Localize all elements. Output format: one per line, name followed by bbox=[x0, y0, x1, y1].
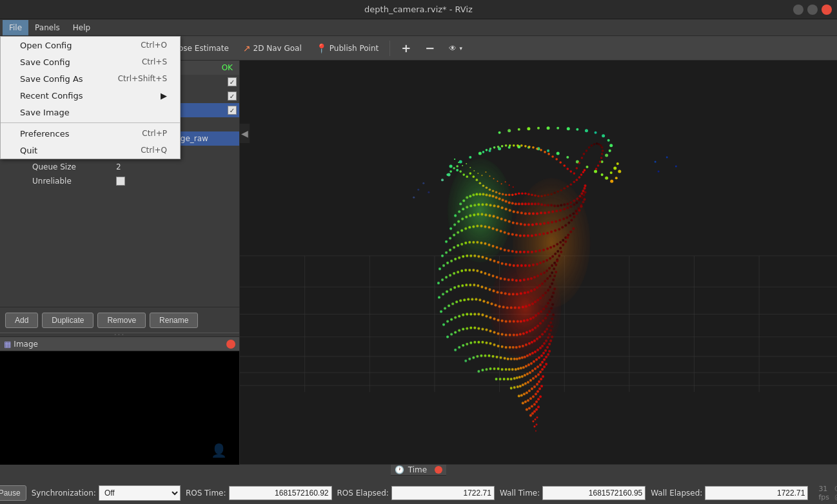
svg-point-739 bbox=[675, 166, 677, 168]
svg-point-611 bbox=[487, 354, 490, 357]
svg-point-519 bbox=[497, 319, 500, 322]
svg-point-369 bbox=[473, 255, 476, 257]
image-panel-title-text: Image bbox=[14, 340, 38, 349]
svg-point-422 bbox=[533, 276, 536, 278]
svg-point-465 bbox=[551, 271, 553, 274]
svg-point-28 bbox=[566, 156, 569, 159]
svg-point-358 bbox=[569, 231, 572, 233]
svg-point-241 bbox=[573, 203, 575, 206]
svg-point-522 bbox=[509, 320, 511, 323]
panel-collapse-arrow[interactable]: ◀ bbox=[240, 124, 250, 143]
svg-point-491 bbox=[525, 305, 527, 307]
svg-point-513 bbox=[473, 313, 476, 316]
svg-point-667 bbox=[510, 378, 513, 380]
ros-time-input[interactable] bbox=[229, 486, 332, 500]
menu-quit[interactable]: Quit Ctrl+Q bbox=[1, 142, 180, 159]
time-panel-close-button[interactable] bbox=[435, 466, 442, 474]
svg-point-655 bbox=[538, 356, 540, 359]
svg-point-320 bbox=[575, 212, 578, 215]
image-panel-close-button[interactable] bbox=[226, 340, 235, 349]
minimize-button[interactable] bbox=[793, 5, 803, 15]
menu-recent-configs[interactable]: Recent Configs ▶ bbox=[1, 87, 180, 104]
svg-point-588 bbox=[512, 346, 515, 349]
pointcloud-svg bbox=[240, 61, 837, 464]
svg-point-402 bbox=[457, 271, 459, 273]
svg-point-473 bbox=[455, 300, 458, 303]
wall-time-input[interactable] bbox=[542, 486, 645, 500]
svg-point-109 bbox=[593, 143, 596, 146]
svg-point-695 bbox=[539, 371, 542, 373]
svg-point-600 bbox=[546, 328, 548, 331]
rename-button[interactable]: Rename bbox=[150, 313, 198, 328]
svg-point-610 bbox=[484, 354, 486, 357]
svg-point-605 bbox=[464, 360, 467, 362]
menu-save-image[interactable]: Save Image bbox=[1, 104, 180, 121]
svg-point-705 bbox=[533, 385, 536, 388]
svg-point-52 bbox=[449, 165, 453, 168]
remove-button[interactable]: Remove bbox=[97, 313, 146, 328]
ros-elapsed-input[interactable] bbox=[391, 486, 495, 500]
svg-point-688 bbox=[522, 383, 524, 386]
svg-point-246 bbox=[584, 191, 586, 193]
grid-checkbox[interactable] bbox=[228, 77, 237, 86]
svg-point-735 bbox=[535, 423, 537, 425]
svg-point-168 bbox=[459, 202, 462, 205]
svg-point-161 bbox=[578, 176, 581, 179]
add-button[interactable]: Add bbox=[5, 313, 38, 328]
svg-point-324 bbox=[445, 251, 448, 254]
svg-point-231 bbox=[536, 212, 538, 215]
svg-point-438 bbox=[457, 285, 460, 287]
menu-preferences[interactable]: Preferences Ctrl+P bbox=[1, 125, 180, 142]
svg-point-113 bbox=[601, 146, 604, 149]
pc2-checkbox[interactable] bbox=[228, 92, 237, 101]
svg-point-684 bbox=[510, 387, 513, 389]
svg-point-664 bbox=[499, 378, 502, 380]
svg-point-269 bbox=[535, 223, 538, 226]
menu-help[interactable]: Help bbox=[66, 20, 97, 35]
close-button[interactable] bbox=[822, 5, 832, 15]
svg-point-303 bbox=[515, 234, 518, 237]
svg-point-363 bbox=[450, 260, 453, 262]
pause-button[interactable]: ⏸ Pause bbox=[0, 485, 26, 501]
menu-panels[interactable]: Panels bbox=[28, 20, 66, 35]
svg-point-706 bbox=[536, 383, 538, 385]
svg-point-440 bbox=[465, 284, 468, 286]
svg-point-533 bbox=[542, 307, 545, 310]
svg-point-238 bbox=[563, 208, 566, 210]
zoom-out-button[interactable]: − bbox=[419, 38, 440, 58]
svg-point-692 bbox=[532, 377, 535, 380]
svg-point-495 bbox=[537, 298, 539, 301]
duplicate-button[interactable]: Duplicate bbox=[42, 313, 94, 328]
ros-elapsed-group: ROS Elapsed: bbox=[337, 486, 495, 500]
maximize-button[interactable] bbox=[807, 5, 818, 15]
queue-size-row: Queue Size 2 bbox=[0, 160, 239, 174]
svg-point-245 bbox=[582, 193, 585, 196]
menu-file[interactable]: File bbox=[3, 20, 28, 35]
svg-point-696 bbox=[541, 368, 544, 371]
sync-select[interactable]: Off Approximate Time Exact Time bbox=[99, 485, 181, 501]
svg-point-56 bbox=[613, 167, 616, 170]
3d-viewport[interactable] bbox=[240, 61, 837, 464]
svg-point-599 bbox=[544, 331, 546, 333]
zoom-in-button[interactable]: + bbox=[395, 38, 417, 58]
menu-open-config[interactable]: Open Config Ctrl+O bbox=[1, 37, 180, 53]
wall-elapsed-input[interactable] bbox=[705, 486, 808, 500]
svg-point-537 bbox=[551, 295, 553, 298]
svg-point-267 bbox=[527, 224, 530, 226]
menu-save-config-as[interactable]: Save Config As Ctrl+Shift+S bbox=[1, 70, 180, 87]
menu-save-config[interactable]: Save Config Ctrl+S bbox=[1, 53, 180, 70]
publish-point-button[interactable]: 📍 Publish Point bbox=[310, 40, 384, 57]
unreliable-checkbox[interactable] bbox=[116, 177, 125, 186]
svg-point-255 bbox=[480, 213, 483, 216]
image-checkbox[interactable] bbox=[228, 106, 237, 115]
svg-point-731 bbox=[532, 420, 534, 422]
nav-goal-button[interactable]: ↗ 2D Nav Goal bbox=[237, 40, 308, 57]
svg-point-704 bbox=[531, 387, 533, 390]
view-angle-button[interactable]: 👁 ▾ bbox=[443, 41, 468, 56]
svg-point-372 bbox=[485, 257, 487, 260]
svg-point-240 bbox=[569, 205, 572, 208]
svg-point-729 bbox=[535, 408, 538, 411]
svg-point-407 bbox=[476, 269, 478, 272]
svg-point-350 bbox=[546, 247, 549, 250]
svg-point-571 bbox=[550, 307, 553, 309]
